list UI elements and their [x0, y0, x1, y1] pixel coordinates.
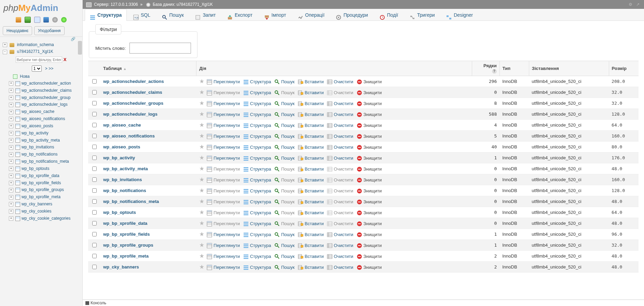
empty-link[interactable]: Очистити	[334, 265, 353, 270]
expand-icon[interactable]: +	[9, 96, 13, 100]
reload-icon[interactable]	[61, 17, 67, 23]
breadcrumb-db[interactable]: u784162771_XgI1K	[177, 2, 213, 7]
drop-link[interactable]: Знищити	[364, 156, 382, 161]
empty-link[interactable]: Очистити	[334, 199, 353, 204]
nav-new-table[interactable]: Нова	[3, 73, 82, 80]
favorite-icon[interactable]: ★	[199, 187, 204, 194]
table-name-link[interactable]: wp_actionscheduler_actions	[103, 79, 164, 84]
row-checkbox[interactable]	[92, 177, 97, 182]
gear-icon[interactable]: ⚙	[629, 0, 634, 5]
tab-import[interactable]: Імпорт	[259, 9, 291, 21]
structure-link[interactable]: Структура	[250, 90, 271, 95]
insert-link[interactable]: Вставити	[305, 210, 324, 215]
nav-table-item[interactable]: +wp_actionscheduler_claims	[3, 87, 82, 94]
drop-link[interactable]: Знищити	[364, 199, 382, 204]
console-bar[interactable]: Консоль	[83, 300, 644, 306]
drop-link[interactable]: Знищити	[364, 243, 382, 248]
nav-table-item[interactable]: +wp_actionscheduler_group	[3, 94, 82, 101]
table-name-link[interactable]: wp_actionscheduler_claims	[103, 90, 162, 95]
browse-link[interactable]: Переглянути	[214, 112, 240, 117]
expand-icon[interactable]: +	[9, 166, 13, 171]
expand-icon[interactable]: +	[9, 181, 13, 185]
search-link[interactable]: Пошук	[281, 145, 294, 150]
favorites-button[interactable]: Уподобання	[34, 26, 65, 35]
table-name-link[interactable]: wp_bp_xprofile_data	[103, 221, 147, 226]
insert-link[interactable]: Вставити	[305, 145, 324, 150]
search-link[interactable]: Пошук	[281, 199, 294, 204]
row-checkbox[interactable]	[92, 79, 97, 84]
table-name-link[interactable]: wp_bp_optouts	[103, 210, 136, 215]
search-link[interactable]: Пошук	[281, 101, 294, 106]
empty-link[interactable]: Очистити	[334, 123, 353, 128]
expand-icon[interactable]: +	[9, 188, 13, 192]
structure-link[interactable]: Структура	[250, 210, 271, 215]
tab-export[interactable]: Експорт	[222, 9, 258, 21]
row-checkbox[interactable]	[92, 112, 97, 116]
recent-button[interactable]: Нещодавнє	[3, 26, 32, 35]
favorite-icon[interactable]: ★	[199, 89, 204, 96]
table-name-link[interactable]: wp_bp_invitations	[103, 177, 142, 182]
tab-structure[interactable]: Структура	[85, 9, 127, 21]
row-checkbox[interactable]	[92, 156, 97, 160]
search-link[interactable]: Пошук	[281, 254, 294, 259]
structure-link[interactable]: Структура	[250, 199, 271, 204]
insert-link[interactable]: Вставити	[305, 265, 324, 270]
structure-link[interactable]: Структура	[250, 254, 271, 259]
browse-link[interactable]: Переглянути	[214, 210, 240, 215]
nav-table-item[interactable]: +wp_bp_xprofile_groups	[3, 186, 82, 193]
empty-link[interactable]: Очистити	[334, 166, 353, 172]
collapse-icon[interactable]: −	[3, 50, 7, 54]
drop-link[interactable]: Знищити	[364, 123, 382, 128]
favorite-icon[interactable]: ★	[199, 78, 204, 85]
nav-table-item[interactable]: +wp_cky_cookie_categories	[3, 215, 82, 222]
row-checkbox[interactable]	[92, 145, 97, 149]
row-checkbox[interactable]	[92, 210, 97, 215]
insert-link[interactable]: Вставити	[305, 79, 324, 84]
empty-link[interactable]: Очистити	[334, 177, 353, 183]
nav-table-item[interactable]: +wp_bp_activity	[3, 130, 82, 137]
expand-icon[interactable]: +	[9, 145, 13, 150]
insert-link[interactable]: Вставити	[305, 134, 324, 139]
search-link[interactable]: Пошук	[281, 243, 294, 248]
search-link[interactable]: Пошук	[281, 156, 294, 161]
drop-link[interactable]: Знищити	[364, 232, 382, 237]
link-chain-icon[interactable]: 🔗	[0, 37, 82, 41]
favorite-icon[interactable]: ★	[199, 220, 204, 227]
nav-table-item[interactable]: +wp_bp_activity_meta	[3, 137, 82, 144]
col-type[interactable]: Тип	[499, 61, 529, 76]
row-checkbox[interactable]	[92, 243, 97, 247]
search-link[interactable]: Пошук	[281, 79, 294, 84]
insert-link[interactable]: Вставити	[305, 101, 324, 106]
table-name-link[interactable]: wp_actionscheduler_logs	[103, 112, 157, 117]
insert-link[interactable]: Вставити	[305, 243, 324, 248]
tab-operations[interactable]: Операції	[292, 9, 330, 21]
table-name-link[interactable]: wp_bp_xprofile_meta	[103, 253, 149, 259]
settings-icon[interactable]	[52, 17, 58, 23]
nav-table-item[interactable]: +wp_bp_xprofile_meta	[3, 193, 82, 201]
nav-table-item[interactable]: +wp_actionscheduler_logs	[3, 101, 82, 108]
table-name-link[interactable]: wp_bp_activity	[103, 155, 135, 160]
structure-link[interactable]: Структура	[250, 221, 271, 226]
row-checkbox[interactable]	[92, 265, 97, 269]
structure-link[interactable]: Структура	[250, 243, 271, 248]
table-name-link[interactable]: wp_bp_xprofile_groups	[103, 243, 153, 248]
expand-icon[interactable]: +	[9, 110, 13, 114]
browse-link[interactable]: Переглянути	[214, 101, 240, 106]
tab-routines[interactable]: Процедури	[331, 9, 373, 21]
row-checkbox[interactable]	[92, 232, 97, 236]
browse-link[interactable]: Переглянути	[214, 232, 240, 237]
favorite-icon[interactable]: ★	[199, 165, 204, 172]
structure-link[interactable]: Структура	[250, 101, 271, 106]
table-name-link[interactable]: wp_bp_notifications	[103, 188, 146, 193]
table-name-link[interactable]: wp_bp_xprofile_fields	[103, 232, 150, 237]
row-checkbox[interactable]	[92, 101, 97, 105]
browse-link[interactable]: Переглянути	[214, 90, 240, 95]
structure-link[interactable]: Структура	[250, 265, 271, 270]
search-link[interactable]: Пошук	[281, 221, 294, 226]
drop-link[interactable]: Знищити	[364, 254, 382, 259]
drop-link[interactable]: Знищити	[364, 166, 382, 172]
exit-icon[interactable]: ↗	[636, 0, 641, 5]
nav-table-item[interactable]: +wp_bp_notifications_meta	[3, 158, 82, 165]
expand-icon[interactable]: +	[9, 209, 13, 214]
empty-link[interactable]: Очистити	[334, 134, 353, 139]
